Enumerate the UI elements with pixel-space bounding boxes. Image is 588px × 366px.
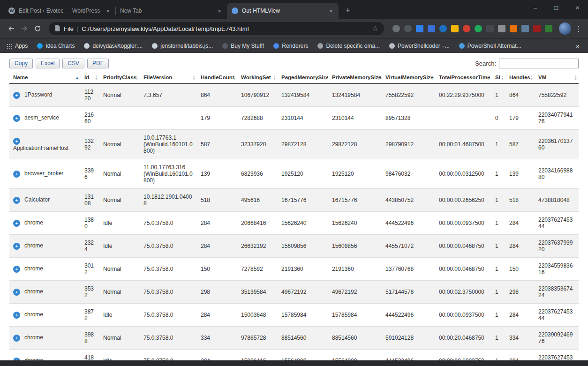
tab-close-icon[interactable]: × [104,7,112,15]
cell-workingset: 32337920 [237,130,278,159]
bookmark-item[interactable]: Delete specific ema... [317,43,380,49]
cell-si: 1 [491,189,505,212]
expand-row-icon[interactable]: + [13,335,20,342]
extension-11-icon[interactable] [510,25,517,32]
column-header-si[interactable]: SI▲▼ [491,72,505,84]
expand-row-icon[interactable]: + [13,92,20,99]
expand-row-icon[interactable]: + [13,197,20,204]
forward-icon[interactable] [18,22,31,35]
extension-14-icon[interactable] [545,25,552,32]
extension-10-icon[interactable] [498,25,505,32]
apps-button[interactable]: Apps [7,43,28,49]
column-header-pagedmemorysize[interactable]: PagedMemorySize▲▼ [278,72,328,84]
table-row[interactable]: +chrome3012Normal75.0.3758.0150727859221… [9,258,579,281]
column-header-privatememorysize[interactable]: PrivateMemorySize▲▼ [328,72,382,84]
extension-2-icon[interactable] [404,25,412,32]
column-header-vm[interactable]: VM▲▼ [535,72,579,84]
bookmarks-overflow-icon[interactable]: » [574,42,581,50]
excel-button[interactable]: Excel [36,59,60,68]
column-label: VirtualMemorySize [385,75,434,80]
table-row[interactable]: +chrome2324Idle75.0.3758.028426632192156… [9,235,579,258]
extension-4-icon[interactable] [428,25,435,32]
expand-row-icon[interactable]: + [13,220,20,227]
cell-handlecount: 179 [197,107,237,130]
profile-avatar[interactable] [559,22,571,35]
copy-button[interactable]: Copy [9,59,33,68]
bookmark-item[interactable]: Renderers [273,43,308,49]
bookmark-item[interactable]: deivydasv/toggler:... [84,43,143,49]
cell-name: +chrome [9,258,81,281]
table-row[interactable]: +chrome4184Idle75.0.3758.028415036416155… [9,350,579,361]
process-name: chrome [24,357,43,360]
column-header-workingset[interactable]: WorkingSet▲▼ [237,72,278,84]
back-icon[interactable] [5,22,18,35]
extensions-area [392,25,552,32]
column-header-priorityclass[interactable]: PriorityClass▲▼ [99,72,140,84]
expand-row-icon[interactable]: + [13,266,20,273]
tab-close-icon[interactable]: × [216,7,223,15]
tab-close-icon[interactable]: × [327,7,335,15]
extension-6-icon[interactable] [451,25,459,32]
pdf-button[interactable]: PDF [87,59,109,68]
table-row[interactable]: +ApplicationFrameHost13292Normal10.0.177… [9,130,579,159]
bookmark-item[interactable]: jenstornell/tabbis.js... [152,43,213,49]
table-row[interactable]: +chrome3988Normal75.0.3758.0334978657288… [9,327,579,350]
table-row[interactable]: +1Password11220Normal7.3.657864106790912… [9,84,579,107]
table-row[interactable]: +chrome3872Idle75.0.3758.028415003648157… [9,304,579,327]
extension-9-icon[interactable] [486,25,494,32]
extension-3-icon[interactable] [416,25,423,32]
browser-menu-icon[interactable]: ⋮ [574,24,583,33]
process-name: Calculator [24,196,50,203]
expand-row-icon[interactable]: + [13,171,20,178]
expand-row-icon[interactable]: + [13,115,20,122]
address-bar[interactable]: File | C:/Users/przemyslaw.klys/AppData/… [49,22,384,35]
column-header-fileversion[interactable]: FileVersion▲▼ [140,72,197,84]
expand-row-icon[interactable]: + [13,289,20,296]
tab-3[interactable]: Out-HTMLView× [227,3,339,19]
reload-icon[interactable] [31,22,44,35]
table-row[interactable]: +Calculator13108Normal10.1812.1901.04008… [9,189,579,212]
table-row[interactable]: +chrome1380Idle75.0.3758.028420668416156… [9,212,579,235]
extension-7-icon[interactable] [463,25,470,32]
column-header-name[interactable]: Name▲ [9,72,81,84]
bookmark-item[interactable]: Idea Charts [37,43,75,49]
cell-totalprocessortime: 00:00:00.2656250 [435,189,491,212]
extension-1-icon[interactable] [392,25,400,32]
cell-handlecount: 298 [197,281,237,304]
cell-totalprocessortime: 00:22:29.9375000 [435,84,491,107]
column-header-totalprocessortime[interactable]: TotalProcessorTime▲▼ [435,72,491,84]
table-row[interactable]: +browser_broker3396Normal11.00.17763.316… [9,159,579,189]
maximize-button[interactable]: □ [546,0,567,15]
extension-5-icon[interactable] [439,25,447,32]
cell-handles: 284 [505,350,535,361]
expand-row-icon[interactable]: + [13,358,20,360]
csv-button[interactable]: CSV [62,59,84,68]
tab-1[interactable]: WEdit Post ‹ Evotec — WordPress× [4,3,115,19]
bookmark-star-icon[interactable]: ☆ [372,24,378,33]
extension-13-icon[interactable] [533,25,541,32]
search-input[interactable] [499,59,579,68]
expand-row-icon[interactable]: + [13,312,20,319]
column-header-virtualmemorysize[interactable]: VirtualMemorySize▲▼ [382,72,435,84]
apps-label: Apps [15,43,28,49]
minimize-button[interactable]: – [525,0,546,15]
expand-row-icon[interactable]: + [13,138,20,145]
cell-si: 1 [491,212,505,235]
expand-row-icon[interactable]: + [13,243,20,250]
cell-workingset: 97865728 [237,327,278,350]
bookmark-item[interactable]: PowerShell Alternat... [459,43,521,49]
table-row[interactable]: +chrome3532Normal75.0.3758.0298351395844… [9,281,579,304]
extension-8-icon[interactable] [475,25,482,32]
column-header-handlecount[interactable]: HandleCount▲▼ [197,72,237,84]
column-header-id[interactable]: Id▲▼ [81,72,99,84]
close-button[interactable]: × [567,0,588,15]
table-row[interactable]: +aesm_service216601797282688231014423101… [9,107,579,130]
bookmark-item[interactable]: Buy My Stuff! [222,43,264,49]
bookmark-item[interactable]: PowerShellcoder –... [389,43,450,49]
cell-fileversion: 75.0.3758.0 [140,304,197,327]
extension-12-icon[interactable] [521,25,529,32]
new-tab-button[interactable]: + [341,4,354,17]
apps-grid-icon [7,44,12,49]
column-header-handles[interactable]: Handles▲▼ [505,72,535,84]
tab-2[interactable]: New Tab× [115,3,227,19]
